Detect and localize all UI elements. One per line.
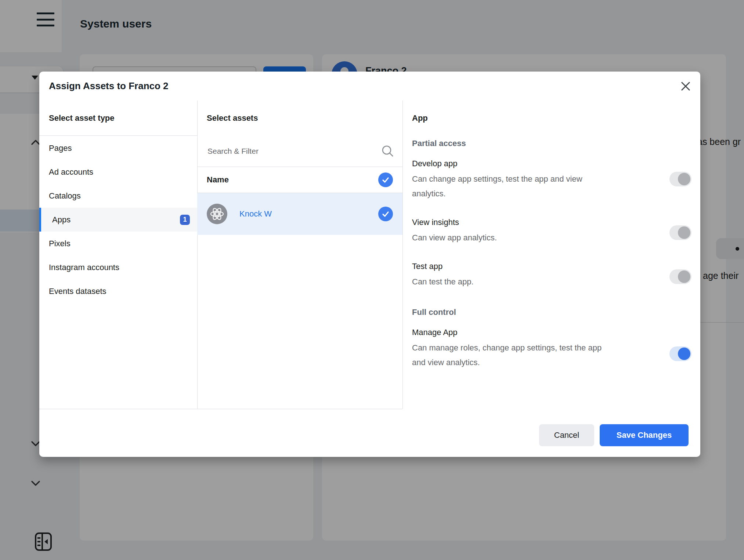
permission-label: Develop app [412, 158, 644, 170]
asset-type-item-instagram-accounts[interactable]: Instagram accounts [39, 255, 197, 279]
manage-app-toggle[interactable] [669, 346, 691, 361]
asset-type-label: Pages [49, 143, 72, 153]
asset-type-label: Pixels [49, 239, 71, 248]
permission-item-manage-app: Manage AppCan manage roles, change app s… [412, 327, 691, 370]
asset-type-label: Apps [52, 215, 71, 225]
permission-item-test-app: Test appCan test the app. [412, 261, 691, 289]
dialog-title: Assign Assets to Franco 2 [49, 72, 169, 101]
search-icon [381, 145, 394, 158]
selected-count-badge: 1 [180, 215, 190, 225]
asset-type-item-apps[interactable]: Apps1 [39, 208, 197, 232]
save-changes-button[interactable]: Save Changes [600, 424, 689, 446]
permission-description: Can view app analytics. [412, 230, 607, 245]
permission-label: Manage App [412, 327, 644, 338]
name-column-label: Name [207, 175, 229, 185]
asset-type-item-ad-accounts[interactable]: Ad accounts [39, 160, 197, 184]
permission-label: Test app [412, 261, 644, 272]
permission-section-title: Partial access [412, 138, 691, 149]
asset-type-label: Instagram accounts [49, 263, 119, 272]
permission-description: Can manage roles, change app settings, t… [412, 341, 607, 370]
select-assets-header: Select assets [197, 101, 402, 136]
toggle-knob [678, 226, 690, 239]
assign-assets-dialog: Assign Assets to Franco 2 Select asset t… [39, 72, 700, 457]
cancel-button[interactable]: Cancel [539, 424, 594, 446]
permission-item-develop-app: Develop appCan change app settings, test… [412, 158, 691, 201]
screen: System users Franco 2 as been gr age the… [0, 0, 744, 560]
asset-row-knock-w[interactable]: Knock W [197, 193, 402, 235]
toggle-knob [678, 348, 690, 360]
asset-type-item-events-datasets[interactable]: Events datasets [39, 279, 197, 303]
panel-bottom-divider [39, 409, 402, 409]
asset-type-label: Catalogs [49, 191, 81, 201]
test-app-toggle[interactable] [669, 269, 691, 284]
toggle-knob [678, 173, 690, 185]
asset-name: Knock W [239, 209, 272, 219]
check-icon [382, 210, 390, 218]
asset-type-label: Events datasets [49, 287, 106, 296]
permission-description: Can change app settings, test the app an… [412, 172, 607, 201]
permissions-panel: Partial accessDevelop appCan change app … [402, 136, 700, 370]
asset-search-row [197, 136, 402, 167]
permission-item-view-insights: View insightsCan view app analytics. [412, 217, 691, 245]
permission-section-title: Full control [412, 307, 691, 318]
asset-checkbox[interactable] [378, 207, 393, 221]
toggle-knob [678, 270, 690, 283]
close-icon [680, 81, 691, 91]
asset-type-item-pixels[interactable]: Pixels [39, 232, 197, 255]
develop-app-toggle[interactable] [669, 172, 691, 186]
permissions-header: App [402, 101, 700, 136]
asset-type-item-catalogs[interactable]: Catalogs [39, 184, 197, 208]
permission-description: Can test the app. [412, 274, 607, 289]
asset-type-header: Select asset type [39, 101, 197, 136]
atom-app-icon [207, 204, 227, 224]
search-input[interactable] [207, 146, 381, 156]
name-column-header-row: Name [197, 167, 402, 193]
close-button[interactable] [679, 80, 692, 93]
asset-list: Knock W [197, 193, 402, 235]
view-insights-toggle[interactable] [669, 225, 691, 240]
check-icon [382, 176, 390, 184]
asset-type-label: Ad accounts [49, 167, 93, 177]
asset-type-list: PagesAd accountsCatalogsApps1PixelsInsta… [39, 136, 197, 303]
select-all-checkbox[interactable] [378, 172, 393, 187]
asset-type-item-pages[interactable]: Pages [39, 136, 197, 160]
permission-label: View insights [412, 217, 644, 228]
